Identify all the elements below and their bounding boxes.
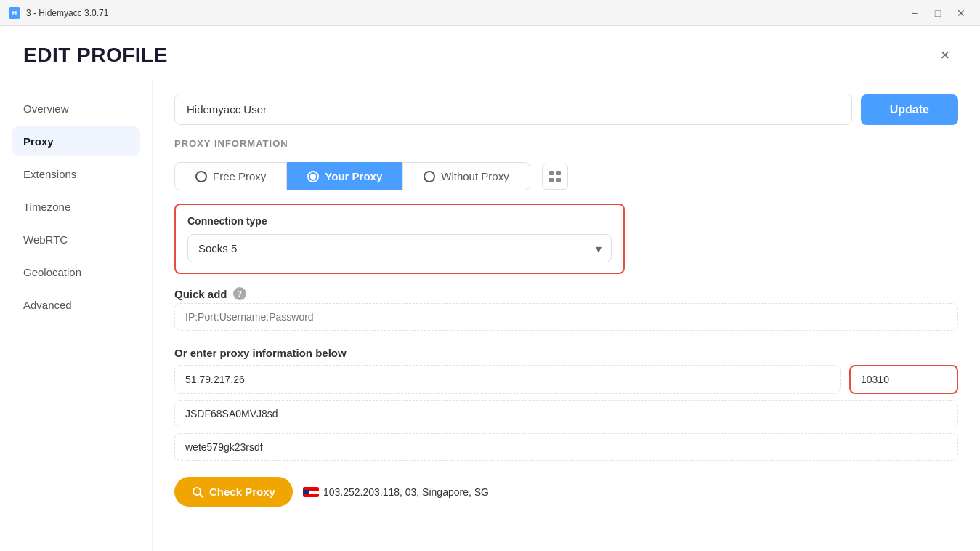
window-close-button[interactable]: ×	[934, 44, 957, 67]
titlebar-controls: − □ ✕	[904, 4, 971, 22]
proxy-username-row	[174, 400, 958, 427]
singapore-flag	[303, 487, 319, 497]
your-proxy-radio	[307, 171, 319, 182]
svg-line-5	[200, 494, 203, 497]
or-label: Or enter proxy information below	[174, 347, 958, 359]
window-body: Overview Proxy Extensions Timezone WebRT…	[0, 79, 980, 551]
proxy-tabs-row: Free Proxy Your Proxy Without Proxy	[174, 162, 958, 190]
titlebar-close-button[interactable]: ✕	[951, 4, 971, 22]
svg-rect-0	[549, 171, 554, 175]
without-proxy-radio	[424, 171, 435, 182]
titlebar-title: 3 - Hidemyacc 3.0.71	[26, 8, 904, 18]
help-icon[interactable]: ?	[233, 287, 246, 300]
quick-add-row: Quick add ?	[174, 287, 958, 300]
proxy-result-text: 103.252.203.118, 03, Singapore, SG	[323, 486, 489, 498]
svg-rect-1	[556, 171, 561, 175]
profile-name-input[interactable]	[174, 94, 852, 125]
maximize-button[interactable]: □	[928, 4, 948, 22]
sidebar-item-timezone[interactable]: Timezone	[12, 192, 140, 222]
proxy-port-input[interactable]	[849, 365, 958, 394]
connection-type-select-wrapper: HTTP HTTPS Socks 4 Socks 5	[187, 234, 612, 262]
update-button[interactable]: Update	[861, 94, 958, 125]
free-proxy-radio	[195, 171, 207, 182]
minimize-button[interactable]: −	[904, 4, 925, 22]
sidebar-item-advanced[interactable]: Advanced	[12, 290, 140, 320]
proxy-result: 103.252.203.118, 03, Singapore, SG	[303, 486, 489, 498]
proxy-section-title: PROXY INFORMATION	[174, 138, 958, 149]
quick-add-input[interactable]	[174, 303, 958, 331]
app-icon: H	[9, 7, 20, 19]
proxy-password-input[interactable]	[174, 433, 958, 461]
sidebar-item-webrtc[interactable]: WebRTC	[12, 225, 140, 254]
proxy-grid-button[interactable]	[542, 164, 568, 190]
check-proxy-row: Check Proxy 103.252.203.118, 03, Singapo…	[174, 477, 958, 507]
tab-without-proxy[interactable]: Without Proxy	[402, 162, 530, 190]
proxy-password-row	[174, 433, 958, 461]
connection-type-label: Connection type	[187, 215, 612, 227]
svg-rect-2	[549, 178, 554, 182]
check-proxy-button[interactable]: Check Proxy	[174, 477, 293, 507]
tab-free-proxy[interactable]: Free Proxy	[174, 162, 287, 190]
connection-type-select[interactable]: HTTP HTTPS Socks 4 Socks 5	[187, 234, 612, 262]
connection-type-box: Connection type HTTP HTTPS Socks 4 Socks…	[174, 204, 625, 274]
search-icon	[192, 486, 203, 498]
svg-rect-3	[556, 178, 561, 182]
tab-your-proxy[interactable]: Your Proxy	[287, 162, 402, 190]
proxy-tabs: Free Proxy Your Proxy Without Proxy	[174, 162, 530, 190]
proxy-ip-input[interactable]	[174, 365, 841, 394]
sidebar-item-proxy[interactable]: Proxy	[12, 126, 140, 156]
profile-row: Update	[174, 94, 958, 125]
sidebar: Overview Proxy Extensions Timezone WebRT…	[0, 79, 153, 551]
proxy-fields-section: Or enter proxy information below	[174, 344, 958, 461]
quick-add-label: Quick add	[174, 288, 227, 300]
titlebar: H 3 - Hidemyacc 3.0.71 − □ ✕	[0, 0, 980, 26]
sidebar-item-overview[interactable]: Overview	[12, 94, 140, 124]
proxy-ip-port-row	[174, 365, 958, 394]
window-title: EDIT PROFILE	[23, 44, 168, 67]
proxy-username-input[interactable]	[174, 400, 958, 427]
check-proxy-label: Check Proxy	[209, 486, 275, 498]
main-window: EDIT PROFILE × Overview Proxy Extensions…	[0, 26, 980, 551]
main-content: Update PROXY INFORMATION Free Proxy Your…	[153, 79, 980, 551]
window-header: EDIT PROFILE ×	[0, 26, 980, 79]
quick-add-section: Quick add ?	[174, 287, 958, 331]
sidebar-item-extensions[interactable]: Extensions	[12, 159, 140, 189]
sidebar-item-geolocation[interactable]: Geolocation	[12, 257, 140, 287]
